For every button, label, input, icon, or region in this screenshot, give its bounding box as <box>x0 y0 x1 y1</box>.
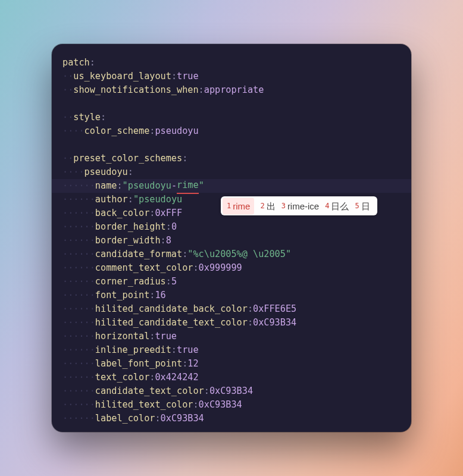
yaml-value: 0xC93B34 <box>209 384 253 398</box>
indent: ······ <box>62 206 95 220</box>
indent: ······ <box>62 316 95 330</box>
yaml-value: true <box>177 70 199 83</box>
ime-candidate[interactable]: 3 rime-ice <box>281 199 320 213</box>
code-line: ······border_height: 0 <box>62 220 401 234</box>
yaml-key: label_color <box>95 412 155 425</box>
ime-candidate-text: rime-ice <box>287 199 319 213</box>
indent: ······ <box>62 357 95 371</box>
yaml-key: show_notifications_when <box>73 83 198 97</box>
yaml-value: true <box>155 330 177 343</box>
yaml-key: preset_color_schemes <box>73 152 182 165</box>
yaml-key: font_point <box>95 289 149 302</box>
yaml-value: 12 <box>187 357 198 371</box>
yaml-value: 0x999999 <box>199 261 242 275</box>
indent: ······ <box>62 384 95 398</box>
code-line: ······horizontal: true <box>62 330 401 343</box>
ime-candidate-index: 1 <box>227 199 231 213</box>
yaml-value: 0xFFE6E5 <box>253 302 296 316</box>
ime-candidate-text: 出 <box>267 199 276 213</box>
code-line: ····pseudoyu: <box>62 165 401 179</box>
ime-candidate[interactable]: 5 日 <box>355 199 370 213</box>
indent: ······ <box>62 289 95 302</box>
indent: ······ <box>62 248 95 261</box>
code-line: ······corner_radius: 5 <box>62 275 401 289</box>
ime-candidate[interactable]: 2 出 <box>260 199 275 213</box>
code-line-blank <box>62 138 401 152</box>
code-line: ··show_notifications_when: appropriate <box>62 83 401 97</box>
yaml-value: 0xFFF <box>155 206 182 220</box>
yaml-key: comment_text_color <box>95 261 193 275</box>
code-line: ······hilited_candidate_text_color: 0xC9… <box>62 316 401 330</box>
indent: ·· <box>62 70 73 83</box>
yaml-value: "%c\u2005%@ \u2005" <box>187 248 291 261</box>
code-line: ······comment_text_color: 0x999999 <box>62 261 401 275</box>
yaml-key: border_height <box>95 220 166 234</box>
yaml-value: pseudoyu <box>155 124 198 138</box>
code-line: ··us_keyboard_layout: true <box>62 70 401 83</box>
code-line: ······font_point: 16 <box>62 289 401 302</box>
yaml-key: name <box>95 179 117 193</box>
code-line-blank <box>62 97 401 111</box>
yaml-key: pseudoyu <box>85 165 128 179</box>
yaml-key: text_color <box>95 371 149 384</box>
code-line: ······inline_preedit: true <box>62 343 401 357</box>
yaml-key: hilited_candidate_back_color <box>95 302 248 316</box>
yaml-value: true <box>177 343 199 357</box>
yaml-value: "pseudoyu <box>133 193 182 206</box>
code-line: ······label_color: 0xC93B34 <box>62 412 401 425</box>
yaml-key: label_font_point <box>95 357 182 371</box>
yaml-key: us_keyboard_layout <box>73 70 171 83</box>
code-line: ······candidate_text_color: 0xC93B34 <box>62 384 401 398</box>
yaml-value: 8 <box>166 234 171 248</box>
code-line: ··preset_color_schemes: <box>62 152 401 165</box>
yaml-value: 0xC93B34 <box>199 398 242 412</box>
code-line: ······hilited_text_color: 0xC93B34 <box>62 398 401 412</box>
indent: ······ <box>62 302 95 316</box>
code-line: ······candidate_format: "%c\u2005%@ \u20… <box>62 248 401 261</box>
yaml-key: horizontal <box>95 330 149 343</box>
ime-candidate-index: 2 <box>260 199 264 213</box>
indent: ···· <box>62 124 85 138</box>
ime-candidate-index: 5 <box>355 199 359 213</box>
indent: ······ <box>62 220 95 234</box>
yaml-key: hilited_candidate_text_color <box>95 316 248 330</box>
ime-candidate-selected[interactable]: 1 rime <box>223 198 254 215</box>
code-line: ····color_scheme: pseudoyu <box>62 124 401 138</box>
ime-candidate-index: 4 <box>325 199 329 213</box>
code-line: ······text_color: 0x424242 <box>62 371 401 384</box>
ime-candidate-bar[interactable]: 1 rime 2 出 3 rime-ice 4 日么 5 日 <box>221 196 377 215</box>
yaml-key: candidate_text_color <box>95 384 204 398</box>
ime-candidate-text: rime <box>233 199 250 213</box>
indent: ·· <box>62 83 73 97</box>
spellcheck-underline: rime <box>177 178 199 194</box>
indent: ······ <box>62 398 95 412</box>
indent: ···· <box>62 165 85 179</box>
indent: ······ <box>62 261 95 275</box>
code-line: ······border_width: 8 <box>62 234 401 248</box>
ime-candidate-text: 日 <box>361 199 370 213</box>
yaml-key: hilited_text_color <box>95 398 193 412</box>
yaml-key: inline_preedit <box>95 343 171 357</box>
ime-candidate[interactable]: 4 日么 <box>325 199 349 213</box>
code-line-highlighted: ······name: "pseudoyu-rime" <box>62 179 401 193</box>
indent: ······ <box>62 179 95 193</box>
indent: ······ <box>62 275 95 289</box>
yaml-key: author <box>95 193 128 206</box>
code-line: ······hilited_candidate_back_color: 0xFF… <box>62 302 401 316</box>
yaml-value: 0xC93B34 <box>253 316 296 330</box>
yaml-key: candidate_format <box>95 248 182 261</box>
indent: ·· <box>62 152 73 165</box>
indent: ······ <box>62 412 95 425</box>
ime-candidate-text: 日么 <box>331 199 349 213</box>
yaml-key: back_color <box>95 206 149 220</box>
indent: ······ <box>62 343 95 357</box>
yaml-value: 0 <box>171 220 177 234</box>
code-editor[interactable]: patch: ··us_keyboard_layout: true ··show… <box>52 44 411 432</box>
indent: ······ <box>62 234 95 248</box>
yaml-value: 0x424242 <box>155 371 198 384</box>
indent: ······ <box>62 371 95 384</box>
yaml-value: 5 <box>171 275 177 289</box>
yaml-key: border_width <box>95 234 161 248</box>
yaml-key: patch <box>62 56 90 70</box>
yaml-key: style <box>73 111 101 124</box>
